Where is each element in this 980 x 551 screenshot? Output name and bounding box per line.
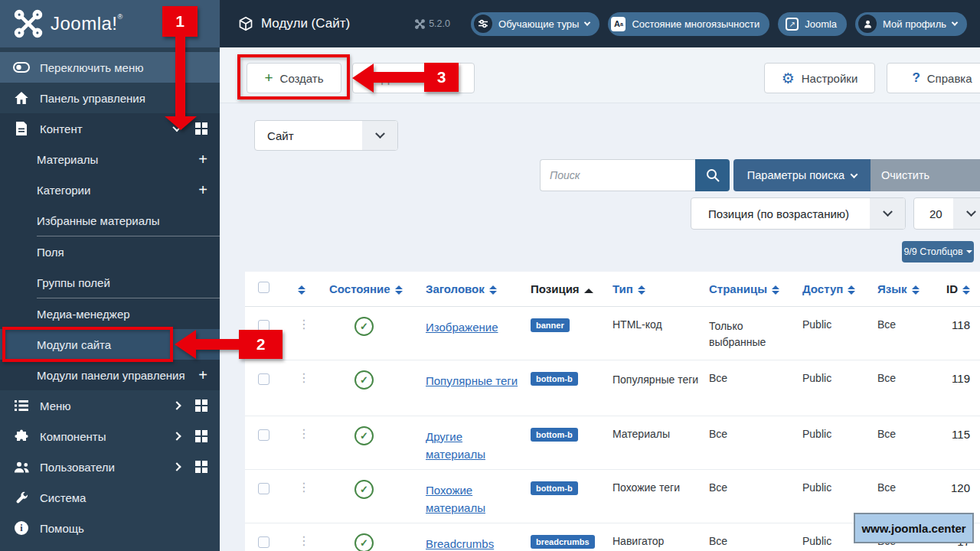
my-profile-button[interactable]: Мой профиль — [855, 12, 967, 36]
module-access: Public — [793, 306, 870, 360]
module-pages: Только выбранные — [701, 306, 793, 360]
clear-button[interactable]: Очистить — [871, 159, 980, 191]
sort-icon — [489, 285, 497, 295]
module-title-link[interactable]: Похожие материалы — [426, 484, 485, 514]
status-published-icon[interactable]: ✓ — [354, 317, 374, 336]
position-badge: bottom-b — [531, 481, 578, 495]
position-sort-header[interactable]: Позиция — [521, 272, 606, 306]
position-badge: bottom-b — [531, 372, 578, 386]
module-title-link[interactable]: Популярные теги — [426, 374, 518, 387]
dashboard-grid-icon[interactable] — [195, 430, 207, 442]
annotation-step-2: 2 — [0, 321, 306, 367]
arrow-shaft — [175, 35, 185, 116]
sidebar-item-articles[interactable]: Материалы + — [0, 144, 220, 174]
client-select[interactable]: Сайт — [254, 120, 398, 151]
type-sort-header[interactable]: Тип — [606, 272, 701, 306]
access-sort-header[interactable]: Доступ — [793, 272, 870, 306]
language-sort-header[interactable]: Язык — [870, 272, 942, 306]
title-sort-header[interactable]: Заголовок — [410, 272, 521, 306]
guided-tours-button[interactable]: Обучающие туры — [471, 12, 599, 36]
arrow-shaft — [371, 72, 424, 83]
sidebar-item-users[interactable]: Пользователи — [0, 452, 220, 482]
sidebar-item-system[interactable]: Система — [0, 482, 220, 513]
module-language: Все — [870, 416, 942, 469]
module-pages: Все — [701, 360, 793, 416]
limit-select[interactable]: 20 — [913, 197, 980, 230]
module-type: Популярные теги — [606, 360, 701, 416]
module-language: Все — [870, 306, 942, 360]
row-checkbox[interactable] — [258, 483, 270, 494]
table-row: ⋮ ✓ Изображение banner HTML-код Только в… — [245, 306, 980, 360]
annotation-step-3: 3 — [306, 54, 490, 99]
cube-icon — [238, 16, 253, 31]
multilingual-status-button[interactable]: Aa Состояние многоязычности — [608, 12, 769, 36]
pages-sort-header[interactable]: Страницы — [701, 272, 793, 306]
columns-button[interactable]: 9/9 Столбцов — [902, 241, 974, 262]
search-input[interactable] — [540, 159, 695, 191]
drag-handle-icon[interactable]: ⋮ — [286, 481, 310, 494]
module-type: Материалы — [606, 416, 701, 469]
modules-table: Состояние Заголовок Позиция Тип Страницы… — [245, 272, 980, 551]
search-button[interactable] — [695, 159, 730, 191]
id-sort-header[interactable]: ID — [942, 272, 980, 306]
status-published-icon[interactable]: ✓ — [354, 480, 374, 499]
main-content: + Создать Действия ⚙ Настройки ? Справка… — [220, 47, 980, 551]
drag-handle-icon[interactable]: ⋮ — [286, 534, 310, 547]
table-row: ⋮ ✓ Популярные теги bottom-b Популярные … — [245, 360, 980, 416]
header-pills: Обучающие туры Aa Состояние многоязычнос… — [471, 12, 967, 36]
chevron-down-icon — [952, 19, 958, 25]
module-type: Похожие теги — [606, 469, 701, 523]
plus-icon[interactable]: + — [198, 181, 207, 199]
chevron-right-icon — [172, 401, 181, 409]
module-id: 118 — [942, 306, 980, 360]
annotation-step-1: 1 — [0, 0, 214, 138]
step-number-badge: 3 — [424, 63, 459, 92]
translate-icon: Aa — [611, 17, 626, 31]
joomla-site-link-button[interactable]: ↗ Joomla — [778, 12, 847, 36]
row-checkbox[interactable] — [258, 373, 270, 385]
status-published-icon[interactable]: ✓ — [354, 533, 374, 551]
info-icon: i — [12, 521, 31, 535]
drag-handle-icon[interactable]: ⋮ — [286, 371, 310, 384]
module-title-link[interactable]: Breadcrumbs — [426, 537, 494, 550]
ordering-sort-header[interactable] — [286, 272, 320, 306]
sidebar-item-components[interactable]: Компоненты — [0, 421, 220, 452]
dashboard-grid-icon[interactable] — [195, 399, 207, 412]
sort-select[interactable]: Позиция (по возрастанию) — [691, 197, 906, 230]
sort-asc-icon — [584, 289, 593, 293]
sidebar-item-featured[interactable]: Избранные материалы — [0, 205, 220, 236]
user-icon — [858, 15, 877, 33]
dashboard-grid-icon[interactable] — [195, 461, 207, 473]
status-published-icon[interactable]: ✓ — [354, 370, 374, 390]
select-all-checkbox[interactable] — [258, 282, 270, 293]
module-title-link[interactable]: Изображение — [426, 321, 498, 334]
sort-icon — [772, 285, 779, 295]
table-header-row: Состояние Заголовок Позиция Тип Страницы… — [245, 272, 980, 306]
module-type: Навигатор — [606, 523, 701, 551]
module-title-link[interactable]: Другие материалы — [426, 430, 485, 461]
module-type: HTML-код — [606, 306, 701, 360]
position-badge: bottom-b — [531, 428, 578, 442]
plus-icon[interactable]: + — [198, 151, 207, 168]
question-icon: ? — [912, 70, 920, 86]
drag-handle-icon[interactable]: ⋮ — [286, 427, 310, 440]
plus-icon[interactable]: + — [198, 367, 207, 384]
status-sort-header[interactable]: Состояние — [320, 272, 410, 306]
sidebar-item-menus[interactable]: Меню — [0, 390, 220, 421]
module-pages: Все — [701, 416, 793, 469]
help-button[interactable]: ? Справка — [887, 63, 980, 93]
sidebar-item-categories[interactable]: Категории + — [0, 174, 220, 205]
sidebar-item-help[interactable]: i Помощь — [0, 513, 220, 543]
step-number-badge: 2 — [239, 330, 283, 359]
search-options-button[interactable]: Параметры поиска — [733, 159, 871, 191]
row-checkbox[interactable] — [258, 536, 270, 548]
sidebar-item-field-groups[interactable]: Группы полей — [0, 267, 220, 298]
arrow-left-icon — [175, 330, 196, 359]
watermark: www.joomla.center — [854, 513, 974, 543]
options-button[interactable]: ⚙ Настройки — [764, 63, 875, 93]
sidebar-item-fields[interactable]: Поля — [0, 236, 220, 267]
header-title-section: Модули (Сайт) 5.2.0 Обучающие туры Aa Со… — [220, 0, 980, 47]
sort-icon — [848, 285, 855, 295]
row-checkbox[interactable] — [258, 429, 270, 441]
status-published-icon[interactable]: ✓ — [354, 426, 374, 445]
